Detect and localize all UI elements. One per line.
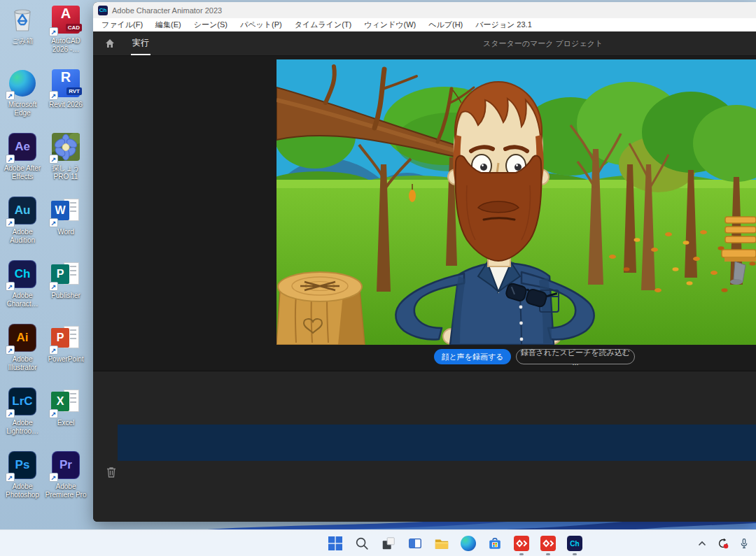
taskbar: Ch	[0, 529, 756, 556]
desktop-icon-label: Revit 2026	[44, 101, 88, 109]
running-indicator	[573, 553, 577, 555]
shortcut-arrow-icon: ↗	[6, 409, 15, 418]
timeline-panel	[93, 371, 756, 522]
taskbar-icons: Ch	[322, 530, 588, 556]
taskbar-red-app-1-icon[interactable]	[508, 530, 535, 556]
shortcut-arrow-icon: ↗	[6, 155, 15, 164]
desktop-icon-autocad[interactable]: ACAD↗AutoCAD 2026 -…	[44, 4, 88, 54]
running-indicator	[519, 553, 524, 555]
desktop-icon-powerpoint[interactable]: P↗PowerPoint	[44, 322, 88, 364]
desktop-icon-label: Adobe After Effects	[1, 164, 44, 181]
menu-item-3[interactable]: パペット(P)	[234, 20, 288, 30]
stage-panel: 顔と声を録画する 録音されたスピーチを読み込む ...	[93, 56, 756, 371]
shortcut-arrow-icon: ↗	[49, 155, 58, 164]
desktop-icon-label: 探しょうPRO 11	[44, 164, 88, 181]
desktop-icon-audition[interactable]: Au↗Adobe Audition	[1, 195, 44, 245]
desktop-icon-label: Adobe Premiere Pro	[44, 483, 88, 499]
recycle-bin-icon	[8, 6, 36, 34]
load-recorded-speech-button[interactable]: 録音されたスピーチを読み込む ...	[516, 349, 635, 364]
taskbar-widgets-icon[interactable]	[402, 530, 428, 556]
tab-bar: 実行 スターターのマーク プロジェクト	[93, 31, 756, 56]
desktop-icon-recycle-bin[interactable]: ごみ箱	[1, 4, 44, 45]
tab-perform[interactable]: 実行	[131, 31, 150, 55]
window-title: Adobe Character Animator 2023	[112, 6, 222, 15]
desktop-icon-lightroom[interactable]: LrC↗Adobe Lightroo…	[1, 386, 44, 436]
home-button[interactable]	[104, 38, 115, 49]
home-icon	[104, 38, 115, 49]
microphone-icon[interactable]	[736, 536, 752, 551]
desktop-icon-word[interactable]: W↗Word	[44, 195, 88, 236]
menu-item-7[interactable]: バージョン 23.1	[469, 20, 538, 30]
desktop-icon-label: PowerPoint	[44, 355, 88, 364]
scene-viewport[interactable]	[276, 59, 756, 345]
svg-text:Ch: Ch	[570, 540, 579, 548]
desktop-icon-label: Publisher	[44, 292, 88, 300]
app-icon: Ch	[98, 6, 108, 15]
shortcut-arrow-icon: ↗	[6, 218, 15, 227]
desktop-icon-label: AutoCAD 2026 -…	[44, 37, 88, 54]
desktop-icon-character-animator[interactable]: Ch↗Adobe Charact…	[1, 259, 44, 308]
shortcut-arrow-icon: ↗	[49, 27, 58, 36]
shortcut-arrow-icon: ↗	[49, 282, 58, 291]
desktop-icon-label: Adobe Audition	[1, 228, 44, 245]
system-tray	[694, 530, 752, 556]
menu-item-2[interactable]: シーン(S)	[188, 20, 234, 30]
taskbar-file-explorer-icon[interactable]	[428, 530, 455, 556]
desktop-icon-label: ごみ箱	[1, 37, 44, 45]
menu-bar: ファイル(F)編集(E)シーン(S)パペット(P)タイムライン(T)ウィンドウ(…	[93, 18, 756, 31]
shortcut-arrow-icon: ↗	[6, 473, 15, 482]
character-animator-window: Ch Adobe Character Animator 2023 ファイル(F)…	[93, 2, 756, 522]
desktop-icon-photoshop[interactable]: Ps↗Adobe Photoshop	[1, 450, 44, 499]
desktop-icon-label: Adobe Photoshop	[1, 483, 44, 499]
record-face-voice-button[interactable]: 顔と声を録画する	[434, 349, 511, 364]
menu-item-0[interactable]: ファイル(F)	[95, 20, 149, 30]
shortcut-arrow-icon: ↗	[49, 409, 58, 418]
desktop-icon-after-effects[interactable]: Ae↗Adobe After Effects	[1, 131, 44, 181]
timeline-track[interactable]	[118, 425, 756, 461]
hidden-icons-chevron-icon[interactable]	[694, 536, 710, 551]
shortcut-arrow-icon: ↗	[6, 282, 15, 291]
shortcut-arrow-icon: ↗	[6, 345, 15, 355]
screen-record-icon[interactable]	[715, 536, 731, 551]
desktop-icon-excel[interactable]: X↗Excel	[44, 386, 88, 427]
menu-item-6[interactable]: ヘルプ(H)	[422, 20, 469, 30]
desktop-icon-revit[interactable]: RRVT↗Revit 2026	[44, 68, 88, 109]
desktop-icon-label: Microsoft Edge	[1, 101, 44, 117]
taskbar-character-animator-icon[interactable]: Ch	[561, 530, 588, 556]
desktop-icon-flower-pro-app[interactable]: ↗探しょうPRO 11	[44, 131, 88, 181]
taskbar-store-icon[interactable]	[482, 530, 508, 556]
taskbar-red-app-2-icon[interactable]	[535, 530, 561, 556]
window-titlebar[interactable]: Ch Adobe Character Animator 2023	[93, 2, 756, 18]
desktop-icon-label: Adobe Charact…	[1, 292, 44, 308]
menu-item-4[interactable]: タイムライン(T)	[288, 20, 358, 30]
desktop-icon-label: Adobe Illustrator	[1, 355, 44, 372]
shortcut-arrow-icon: ↗	[6, 91, 15, 100]
shortcut-arrow-icon: ↗	[49, 218, 58, 227]
desktop-icon-label: Excel	[44, 419, 88, 427]
desktop-icon-edge[interactable]: ↗Microsoft Edge	[1, 68, 44, 117]
taskbar-task-view-icon[interactable]	[375, 530, 402, 556]
desktop-icon-label: Adobe Lightroo…	[1, 419, 44, 436]
park-scene	[276, 59, 756, 345]
scene-stump	[276, 272, 365, 345]
shortcut-arrow-icon: ↗	[49, 473, 58, 482]
taskbar-search-icon[interactable]	[349, 530, 375, 556]
menu-item-5[interactable]: ウィンドウ(W)	[358, 20, 422, 30]
desktop-icon-label: Word	[44, 228, 88, 236]
desktop-icon-illustrator[interactable]: Ai↗Adobe Illustrator	[1, 322, 44, 372]
menu-item-1[interactable]: 編集(E)	[149, 20, 188, 30]
shortcut-arrow-icon: ↗	[49, 345, 58, 355]
desktop-icon-premiere-pro[interactable]: Pr↗Adobe Premiere Pro	[44, 450, 88, 499]
running-indicator	[546, 553, 550, 555]
shortcut-arrow-icon: ↗	[49, 91, 58, 100]
trash-icon[interactable]	[106, 466, 116, 480]
taskbar-start-icon[interactable]	[322, 530, 349, 556]
taskbar-edge-icon[interactable]	[455, 530, 482, 556]
desktop-icon-publisher[interactable]: P↗Publisher	[44, 259, 88, 300]
project-name: スターターのマーク プロジェクト	[483, 38, 603, 49]
